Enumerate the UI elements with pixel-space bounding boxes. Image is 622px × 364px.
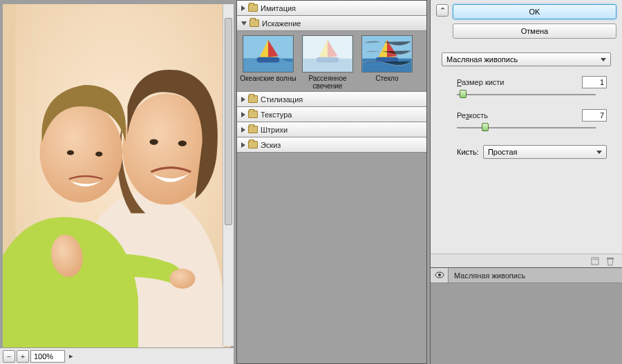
settings-panel: ⌃ OK Отмена Масляная живопись Размер кис… (430, 0, 622, 364)
svg-point-5 (178, 140, 187, 146)
preview-vertical-scrollbar[interactable] (223, 4, 234, 346)
delete-effect-layer-icon[interactable] (605, 256, 615, 266)
folder-icon (248, 95, 258, 103)
folder-icon (248, 141, 258, 149)
preview-panel: − + 100% ▸ (0, 0, 234, 364)
filter-select[interactable]: Масляная живопись (442, 52, 611, 66)
category-label: Штрихи (261, 126, 288, 134)
triangle-right-icon (241, 142, 245, 148)
filter-gallery-panel: Имитация Искажение Океански (236, 0, 427, 364)
category-shtrihi[interactable]: Штрихи (237, 122, 426, 137)
collapse-gallery-button[interactable]: ⌃ (436, 4, 449, 17)
slider-thumb[interactable] (460, 90, 466, 98)
category-eskiz[interactable]: Эскиз (237, 137, 426, 153)
param-label-brush-size: Размер кисти (457, 78, 505, 86)
triangle-right-icon (241, 127, 245, 133)
thumb-label: Океанские волны (240, 75, 296, 82)
svg-rect-29 (607, 258, 614, 259)
zoom-out-button[interactable]: − (3, 350, 15, 363)
param-label-sharpness: Резкость (457, 111, 488, 119)
filter-thumbnails: Океанские волны Рассеянное свечение (237, 31, 426, 92)
svg-point-9 (95, 151, 102, 156)
svg-point-4 (149, 139, 158, 144)
category-stilizatsiya[interactable]: Стилизация (237, 92, 426, 107)
filter-thumb-diffuse-glow[interactable]: Рассеянное свечение (299, 35, 356, 90)
svg-point-8 (67, 150, 74, 155)
cancel-button[interactable]: Отмена (453, 23, 616, 39)
chevron-down-icon (596, 151, 602, 154)
svg-rect-15 (257, 57, 280, 63)
preview-toolbar: − + 100% ▸ (0, 347, 234, 364)
category-label: Эскиз (261, 141, 281, 149)
eye-icon (435, 271, 444, 280)
category-iskazhenie[interactable]: Искажение (237, 16, 426, 31)
filter-settings: Масляная живопись Размер кисти 1 Резкост… (436, 47, 616, 164)
slider-sharpness[interactable] (457, 123, 596, 133)
chevron-up-icon: ⌃ (440, 6, 446, 15)
category-label: Имитация (261, 4, 296, 12)
effect-layer-name: Масляная живопись (449, 271, 531, 280)
filter-thumb-ocean-waves[interactable]: Океанские волны (240, 35, 296, 82)
thumb-label: Стекло (359, 75, 415, 82)
folder-icon (248, 126, 258, 133)
slider-thumb[interactable] (482, 123, 489, 131)
zoom-menu-icon[interactable]: ▸ (66, 350, 76, 363)
category-label: Стилизация (261, 95, 303, 104)
visibility-toggle[interactable] (431, 268, 449, 282)
param-input-sharpness[interactable]: 7 (582, 109, 607, 122)
effect-layer-list: Масляная живопись (431, 267, 622, 364)
svg-point-6 (169, 269, 195, 289)
brush-type-select[interactable]: Простая (483, 145, 607, 159)
triangle-right-icon (241, 112, 245, 117)
category-label: Искажение (262, 19, 301, 28)
new-effect-layer-icon[interactable] (590, 256, 600, 266)
category-label: Текстура (261, 111, 292, 119)
thumb-label: Рассеянное свечение (299, 75, 356, 90)
folder-icon (248, 111, 258, 118)
zoom-field[interactable]: 100% (30, 350, 65, 363)
effect-layer-row[interactable]: Масляная живопись (431, 268, 622, 283)
zoom-in-button[interactable]: + (17, 350, 29, 363)
triangle-right-icon (241, 97, 245, 102)
triangle-down-icon (241, 21, 247, 26)
preview-canvas[interactable] (3, 4, 231, 347)
effect-layer-toolbar (431, 253, 622, 267)
svg-point-31 (438, 274, 441, 276)
folder-icon (249, 19, 259, 27)
svg-rect-28 (593, 259, 598, 260)
filter-select-value: Масляная живопись (446, 55, 518, 64)
svg-rect-27 (592, 258, 599, 265)
slider-brush-size[interactable] (457, 90, 596, 99)
filter-thumb-glass[interactable]: Стекло (359, 35, 415, 82)
folder-icon (248, 4, 258, 12)
brush-type-label: Кисть: (457, 148, 479, 156)
category-tekstura[interactable]: Текстура (237, 107, 426, 122)
category-imitatsiya[interactable]: Имитация (237, 1, 426, 16)
svg-rect-21 (303, 36, 352, 72)
param-input-brush-size[interactable]: 1 (582, 76, 607, 88)
ok-button[interactable]: OK (453, 4, 616, 19)
triangle-right-icon (241, 6, 245, 11)
brush-type-value: Простая (488, 148, 518, 156)
chevron-down-icon (601, 58, 606, 61)
